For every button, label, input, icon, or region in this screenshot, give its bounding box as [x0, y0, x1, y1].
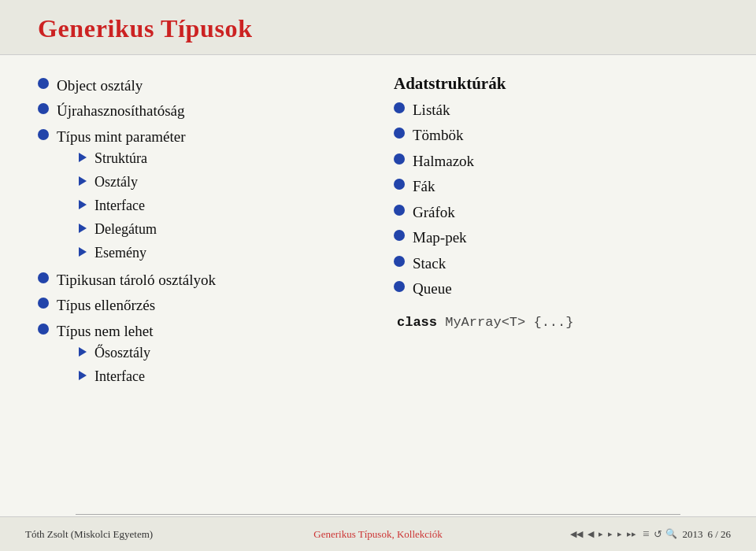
item-text: Listák — [413, 98, 450, 121]
circle-bullet-icon — [394, 256, 405, 267]
list-item: Újrahasznosíthatóság — [38, 99, 362, 122]
slide-header: Generikus Típusok — [0, 0, 756, 55]
footer-topic: Generikus Típusok, Kollekciók — [313, 528, 442, 540]
slide-content: Object osztály Újrahasznosíthatóság Típu… — [0, 55, 756, 514]
list-item: Stack — [394, 252, 718, 275]
nav-next-icon[interactable]: ▸ — [606, 528, 614, 540]
circle-bullet-icon — [394, 230, 405, 241]
right-bullet-list: Listák Tömbök Halmazok Fák Gráfok — [394, 98, 718, 301]
arrow-bullet-icon — [79, 153, 87, 162]
footer-right: ◀◀ ◀ ▸ ▸ ▸ ▸▸ ≡ ↺ 🔍 2013 6 / 26 — [569, 527, 731, 541]
subitem-text: Osztály — [94, 172, 138, 194]
sub-list: Struktúra Osztály Interface — [79, 148, 186, 264]
arrow-bullet-icon — [79, 200, 87, 209]
slide: Generikus Típusok Object osztály Újrahas… — [0, 0, 756, 551]
circle-bullet-icon — [38, 324, 49, 335]
circle-bullet-icon — [394, 281, 405, 292]
list-item: Listák — [394, 98, 718, 121]
list-item: Interface — [79, 366, 153, 388]
item-text: Gráfok — [413, 201, 455, 224]
footer-year: 2013 — [682, 528, 702, 541]
left-bullet-list: Object osztály Újrahasznosíthatóság Típu… — [38, 74, 362, 390]
footer-author: Tóth Zsolt (Miskolci Egyetem) — [25, 528, 153, 540]
circle-bullet-icon — [38, 272, 49, 283]
item-text: Típus nem lehet — [57, 323, 153, 339]
subitem-text: Ősosztály — [94, 342, 150, 364]
nav-loop-icon[interactable]: ↺ — [654, 528, 662, 541]
list-item: Tipikusan tároló osztályok — [38, 268, 362, 291]
list-item: Interface — [79, 195, 186, 217]
list-item: Osztály — [79, 172, 186, 194]
subitem-text: Delegátum — [94, 219, 157, 241]
nav-first-icon[interactable]: ◀◀ — [569, 528, 584, 540]
item-text: Stack — [413, 252, 446, 275]
nav-icons: ◀◀ ◀ ▸ ▸ ▸ ▸▸ ≡ ↺ 🔍 — [569, 527, 677, 541]
code-block: class MyArray<T> {...} — [397, 315, 718, 330]
item-text: Fák — [413, 175, 435, 198]
circle-bullet-icon — [38, 129, 49, 140]
slide-footer: Tóth Zsolt (Miskolci Egyetem) Generikus … — [0, 516, 756, 551]
list-item: Fák — [394, 175, 718, 198]
subitem-text: Esemény — [94, 242, 146, 264]
right-column: Adatstruktúrák Listák Tömbök Halmazok Fá… — [378, 74, 718, 506]
item-with-subitems: Típus nem lehet Ősosztály Interface — [57, 320, 153, 390]
sub-list: Ősosztály Interface — [79, 342, 153, 388]
item-text: Tömbök — [413, 124, 463, 146]
nav-separator: ≡ — [643, 527, 649, 541]
nav-prev-icon[interactable]: ▸ — [597, 528, 605, 540]
circle-bullet-icon — [394, 153, 405, 165]
list-item: Halmazok — [394, 150, 718, 172]
nav-search-icon[interactable]: 🔍 — [665, 528, 677, 540]
list-item: Gráfok — [394, 201, 718, 224]
circle-bullet-icon — [38, 78, 49, 89]
item-text: Halmazok — [413, 150, 474, 172]
list-item: Object osztály — [38, 74, 362, 97]
subitem-text: Interface — [94, 366, 145, 388]
section-title: Adatstruktúrák — [394, 74, 718, 94]
separator-line — [76, 514, 680, 515]
circle-bullet-icon — [394, 102, 405, 113]
circle-bullet-icon — [394, 128, 405, 139]
footer-page: 6 / 26 — [707, 528, 731, 541]
list-item: Típus mint paraméter Struktúra Osztály — [38, 125, 362, 266]
item-text: Map-pek — [413, 226, 467, 249]
item-text: Újrahasznosíthatóság — [57, 99, 185, 122]
item-text: Típus ellenőrzés — [57, 294, 155, 316]
item-text: Queue — [413, 277, 452, 300]
item-text: Tipikusan tároló osztályok — [57, 268, 216, 291]
code-rest: MyArray<T> {...} — [437, 315, 573, 330]
circle-bullet-icon — [394, 179, 405, 190]
item-text: Object osztály — [57, 74, 143, 97]
nav-last-icon[interactable]: ▸▸ — [625, 528, 638, 540]
subitem-text: Interface — [94, 195, 145, 217]
left-column: Object osztály Újrahasznosíthatóság Típu… — [38, 74, 378, 506]
arrow-bullet-icon — [79, 176, 87, 186]
arrow-bullet-icon — [79, 371, 87, 380]
subitem-text: Struktúra — [94, 148, 147, 170]
list-item: Map-pek — [394, 226, 718, 249]
item-with-subitems: Típus mint paraméter Struktúra Osztály — [57, 125, 186, 266]
arrow-bullet-icon — [79, 247, 87, 257]
slide-title: Generikus Típusok — [38, 14, 718, 43]
circle-bullet-icon — [394, 205, 405, 216]
footer-center: Generikus Típusok, Kollekciók — [313, 528, 442, 541]
nav-prev-group-icon[interactable]: ◀ — [586, 528, 595, 540]
list-item: Ősosztály — [79, 342, 153, 364]
list-item: Esemény — [79, 242, 186, 264]
nav-next-group-icon[interactable]: ▸ — [616, 528, 624, 540]
list-item: Típus ellenőrzés — [38, 294, 362, 316]
list-item: Tömbök — [394, 124, 718, 146]
circle-bullet-icon — [38, 103, 49, 114]
code-keyword: class — [397, 315, 437, 330]
circle-bullet-icon — [38, 298, 49, 309]
list-item: Queue — [394, 277, 718, 300]
list-item: Delegátum — [79, 219, 186, 241]
item-text: Típus mint paraméter — [57, 128, 186, 145]
list-item: Típus nem lehet Ősosztály Interface — [38, 320, 362, 390]
list-item: Struktúra — [79, 148, 186, 170]
footer-left: Tóth Zsolt (Miskolci Egyetem) — [25, 528, 569, 541]
arrow-bullet-icon — [79, 224, 87, 233]
arrow-bullet-icon — [79, 347, 87, 357]
